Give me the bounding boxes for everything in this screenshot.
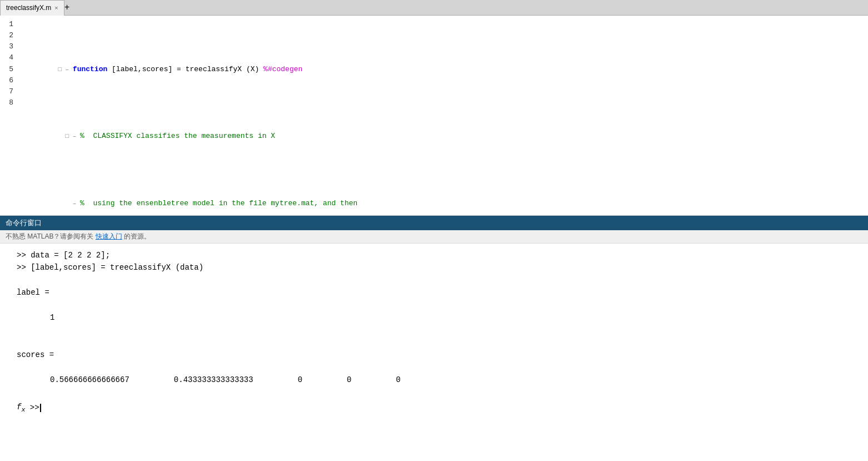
- line-numbers: 1 2 3 4 5 6 7 8: [0, 16, 18, 215]
- cmd-line-2: >> [label,scores] = treeclassifyX (data): [17, 261, 851, 274]
- cursor: [40, 404, 41, 412]
- line-num-6: 6: [4, 75, 13, 86]
- line-num-7: 7: [4, 86, 13, 97]
- keyword-function: function: [73, 65, 107, 73]
- score-value-3: 0: [298, 374, 302, 386]
- line-num-2: 2: [4, 30, 13, 41]
- cmd-scores-header: scores =: [17, 349, 851, 361]
- scores-row: 0.566666666666667 0.433333333333333 0 0 …: [17, 374, 851, 386]
- score-value-1: 0.566666666666667: [50, 374, 129, 386]
- line-num-4: 4: [4, 52, 13, 63]
- fx-prompt: fx: [17, 401, 25, 415]
- editor-wrapper: 1 2 3 4 5 6 7 8 □ – function [label,scor…: [0, 16, 868, 216]
- cmd-line-1: >> data = [2 2 2 2];: [17, 249, 851, 261]
- editor-tab[interactable]: treeclassifyX.m ×: [0, 0, 64, 16]
- line-num-3: 3: [4, 41, 13, 52]
- code-line-3: – % using the ensenbletree model in the …: [23, 187, 862, 215]
- editor-area: 1 2 3 4 5 6 7 8 □ – function [label,scor…: [0, 16, 868, 215]
- line-num-5: 5: [4, 64, 13, 75]
- command-input-line[interactable]: fx >>: [17, 401, 851, 415]
- notice-text: 不熟悉 MATLAB？请参阅有关: [6, 232, 93, 240]
- new-tab-button[interactable]: +: [64, 3, 70, 13]
- command-window-notice: 不熟悉 MATLAB？请参阅有关 快速入门 的资源。: [0, 230, 868, 244]
- score-value-5: 0: [396, 374, 400, 386]
- notice-suffix: 的资源。: [124, 232, 151, 240]
- code-line-1: □ – function [label,scores] = treeclassi…: [23, 52, 862, 86]
- code-line-2: □ – % CLASSIFYX classifies the measureme…: [23, 120, 862, 153]
- cmd-label-header: label =: [17, 286, 851, 299]
- command-window-body[interactable]: >> data = [2 2 2 2]; >> [label,scores] =…: [0, 244, 868, 461]
- notice-link[interactable]: 快速入门: [96, 232, 122, 240]
- command-window-header: 命令行窗口: [0, 216, 868, 230]
- score-value-4: 0: [347, 374, 351, 386]
- code-editor[interactable]: □ – function [label,scores] = treeclassi…: [18, 16, 868, 215]
- tab-close-button[interactable]: ×: [54, 4, 58, 11]
- tab-bar: treeclassifyX.m × +: [0, 0, 868, 16]
- cmd-label-value: 1: [17, 311, 851, 324]
- command-window-title: 命令行窗口: [6, 218, 42, 228]
- score-value-2: 0.433333333333333: [174, 374, 253, 386]
- cmd-prompt-arrows: >>: [25, 401, 39, 414]
- line-num-8: 8: [4, 97, 13, 108]
- tab-filename: treeclassifyX.m: [6, 4, 51, 12]
- line-num-1: 1: [4, 19, 13, 30]
